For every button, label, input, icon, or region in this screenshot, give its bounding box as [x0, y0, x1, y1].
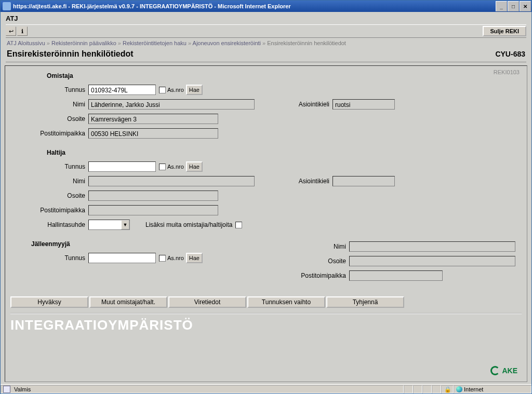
haltija-asnro-checkbox[interactable]: [159, 164, 166, 170]
viretiedot-button[interactable]: Viretiedot: [168, 296, 246, 308]
screen-id: REKI0103: [494, 69, 520, 75]
back-button[interactable]: ↩: [6, 26, 16, 36]
haltija-postitoimipaikka: [88, 205, 218, 215]
breadcrumb-link[interactable]: Rekisteröintitietojen haku: [123, 40, 187, 46]
jalleenmyyja-tunnus-input[interactable]: [88, 253, 156, 263]
breadcrumb-link[interactable]: Ajoneuvon ensirekisteröinti: [193, 40, 261, 46]
page-icon: [3, 386, 10, 393]
muut-omistajat-button[interactable]: Muut omistajat/halt.: [89, 296, 167, 308]
omistaja-nimi: Lähderinne, Jarkko Jussi: [88, 99, 255, 110]
ie-icon: [3, 2, 11, 10]
maximize-button[interactable]: □: [508, 1, 519, 11]
lisaksi-checkbox[interactable]: [235, 222, 242, 228]
form-panel: REKI0103 Omistaja Tunnus 010932-479L As.…: [5, 65, 527, 382]
ake-logo: AKE: [490, 366, 517, 375]
omistaja-hae-button[interactable]: Hae: [186, 85, 203, 95]
help-button[interactable]: ℹ: [17, 26, 28, 36]
haltija-tunnus-input[interactable]: [88, 161, 156, 172]
omistaja-tunnus-input[interactable]: 010932-479L: [88, 85, 156, 95]
status-text: Valmis: [14, 386, 31, 392]
jalleenmyyja-hae-button[interactable]: Hae: [186, 253, 203, 263]
environment-label: INTEGRAATIOYMPÄRISTÖ: [10, 317, 522, 333]
jalleenmyyja-osoite: [349, 256, 515, 266]
status-bar: Valmis Internet: [1, 384, 531, 393]
page-title: Ensirekisteröinnin henkilötiedot: [7, 49, 495, 59]
minimize-button[interactable]: _: [496, 1, 507, 11]
tunnuksen-vaihto-button[interactable]: Tunnuksen vaihto: [247, 296, 325, 308]
close-window-button[interactable]: ✕: [520, 1, 531, 11]
jalleenmyyja-postitoimipaikka: [349, 270, 443, 281]
omistaja-postitoimipaikka: 00530 HELSINKI: [88, 128, 218, 139]
globe-icon: [456, 386, 462, 392]
breadcrumb: ATJ Aloitussivu » Rekisteröinnin päävali…: [6, 38, 526, 48]
app-name: ATJ: [6, 13, 526, 24]
browser-window: https://atjtesti.ake.fi - REKI-järjestel…: [0, 0, 532, 394]
zone-text: Internet: [464, 386, 483, 392]
window-title: https://atjtesti.ake.fi - REKI-järjestel…: [13, 3, 496, 9]
omistaja-osoite: Kamrersvägen 3: [88, 114, 218, 124]
close-reki-button[interactable]: Sulje REKI: [483, 26, 526, 36]
button-bar: Hyväksy Muut omistajat/halt. Viretiedot …: [10, 296, 522, 314]
section-omistaja: Omistaja: [47, 72, 522, 79]
ake-swirl-icon: [490, 366, 500, 375]
haltija-osoite: [88, 191, 218, 201]
omistaja-asnro-checkbox[interactable]: [159, 87, 166, 93]
chevron-down-icon: ▼: [121, 220, 129, 229]
breadcrumb-link[interactable]: Rekisteröinnin päävalikko: [51, 40, 116, 46]
hallintasuhde-select[interactable]: ▼: [88, 220, 130, 230]
omistaja-asiointikieli: ruotsi: [332, 99, 395, 110]
breadcrumb-current: Ensirekisteröinnin henkilötiedot: [267, 40, 346, 46]
haltija-hae-button[interactable]: Hae: [186, 161, 203, 172]
toolbar: ↩ ℹ Sulje REKI: [6, 24, 526, 38]
registration-number: CYU-683: [495, 50, 525, 58]
section-jalleenmyyja: Jälleenmyyjä: [31, 240, 266, 248]
section-haltija: Haltija: [47, 149, 522, 156]
titlebar: https://atjtesti.ake.fi - REKI-järjestel…: [1, 1, 531, 12]
hyvaksy-button[interactable]: Hyväksy: [10, 296, 88, 308]
label-tunnus: Tunnus: [10, 86, 88, 93]
jalleenmyyja-nimi: [349, 241, 515, 252]
content-area: ATJ ↩ ℹ Sulje REKI ATJ Aloitussivu » Rek…: [1, 12, 531, 384]
haltija-asiointikieli: [332, 176, 395, 186]
breadcrumb-link[interactable]: ATJ Aloitussivu: [7, 40, 45, 46]
jalleenmyyja-asnro-checkbox[interactable]: [159, 255, 166, 262]
tyhjenna-button[interactable]: Tyhjennä: [326, 296, 404, 308]
haltija-nimi: [88, 176, 255, 186]
lock-icon: [444, 386, 450, 392]
